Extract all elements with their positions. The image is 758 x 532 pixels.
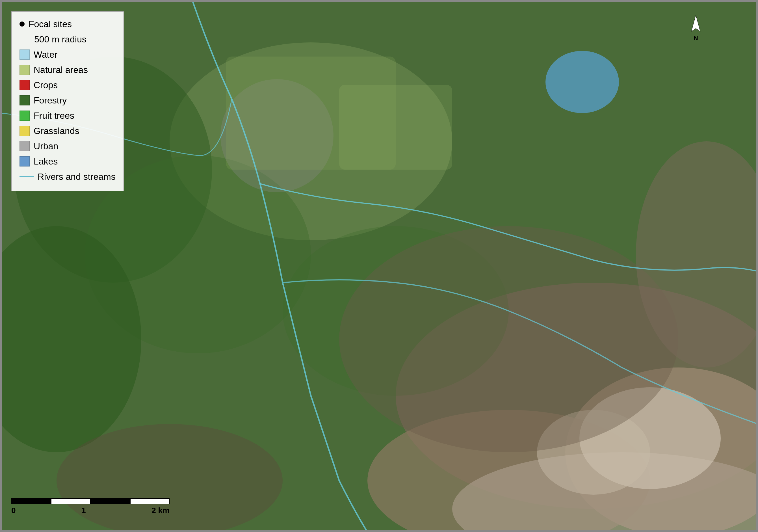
legend-crops: Crops (19, 78, 116, 92)
scale-label-2: 2 km (152, 506, 170, 515)
water-label: Water (34, 48, 57, 61)
crops-swatch (19, 80, 30, 90)
focal-sites-label: Focal sites (28, 17, 72, 31)
crops-label: Crops (34, 78, 58, 92)
urban-label: Urban (34, 139, 58, 153)
rivers-label: Rivers and streams (38, 170, 116, 184)
rivers-line (19, 176, 34, 177)
urban-swatch (19, 141, 30, 151)
legend-natural: Natural areas (19, 63, 116, 77)
grasslands-swatch (19, 126, 30, 136)
legend: Focal sites 500 m radius Water Natural a… (11, 11, 124, 191)
forestry-label: Forestry (34, 93, 67, 107)
legend-forestry: Forestry (19, 93, 116, 107)
fruit-label: Fruit trees (34, 109, 74, 123)
natural-label: Natural areas (34, 63, 88, 77)
fruit-swatch (19, 111, 30, 121)
map-container: Focal sites 500 m radius Water Natural a… (0, 0, 758, 532)
svg-text:N: N (694, 34, 698, 42)
legend-water: Water (19, 48, 116, 61)
svg-rect-18 (339, 85, 452, 170)
legend-rivers: Rivers and streams (19, 170, 116, 184)
lakes-swatch (19, 156, 30, 166)
svg-point-14 (339, 226, 678, 452)
focal-sites-dot (19, 21, 24, 26)
legend-fruit: Fruit trees (19, 109, 116, 123)
legend-focal-sites: Focal sites (19, 17, 116, 31)
svg-marker-43 (692, 16, 700, 31)
svg-point-16 (56, 424, 283, 532)
svg-point-13 (545, 51, 619, 113)
lakes-label: Lakes (34, 155, 58, 168)
north-arrow: N (684, 14, 707, 42)
water-swatch (19, 50, 30, 60)
radius-label: 500 m radius (34, 32, 86, 46)
legend-lakes: Lakes (19, 155, 116, 168)
scale-bar: 0 1 2 km (11, 498, 170, 515)
forestry-swatch (19, 95, 30, 105)
grasslands-label: Grasslands (34, 124, 80, 138)
legend-grasslands: Grasslands (19, 124, 116, 138)
scale-label-1: 1 (82, 506, 86, 515)
legend-radius: 500 m radius (19, 32, 116, 46)
legend-urban: Urban (19, 139, 116, 153)
natural-swatch (19, 65, 30, 75)
scale-label-0: 0 (11, 506, 16, 515)
